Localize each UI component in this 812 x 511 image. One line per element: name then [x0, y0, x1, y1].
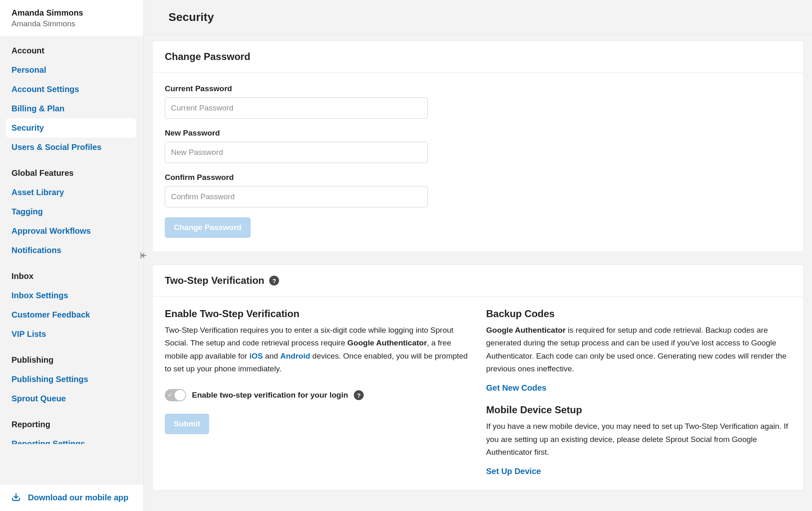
sidebar: Amanda Simmons Amanda Simmons Account Pe…	[0, 0, 144, 511]
download-icon	[12, 493, 21, 503]
nav-item-account-settings[interactable]: Account Settings	[6, 80, 136, 99]
check-icon: ✓	[168, 391, 173, 398]
new-password-input[interactable]	[165, 142, 428, 163]
user-name-secondary: Amanda Simmons	[12, 19, 132, 28]
enable-two-step-heading: Enable Two-Step Verification	[165, 308, 470, 320]
set-up-device-link[interactable]: Set Up Device	[486, 467, 791, 476]
change-password-heading: Change Password	[165, 51, 250, 62]
two-step-card: Two-Step Verification ? Enable Two-Step …	[152, 265, 804, 490]
confirm-password-input[interactable]	[165, 186, 428, 207]
two-step-right-column: Backup Codes Google Authenticator is req…	[486, 308, 791, 476]
nav-item-personal[interactable]: Personal	[6, 60, 136, 80]
change-password-button[interactable]: Change Password	[165, 217, 251, 238]
help-icon[interactable]: ?	[354, 390, 364, 400]
nav-item-sprout-queue[interactable]: Sprout Queue	[6, 389, 136, 408]
two-step-left-column: Enable Two-Step Verification Two-Step Ve…	[165, 308, 470, 476]
nav-item-asset-library[interactable]: Asset Library	[6, 183, 136, 202]
mobile-setup-heading: Mobile Device Setup	[486, 404, 791, 416]
get-new-codes-link[interactable]: Get New Codes	[486, 383, 791, 393]
toggle-knob	[175, 390, 185, 401]
current-password-label: Current Password	[165, 84, 791, 93]
section-title-global: Global Features	[12, 168, 136, 178]
nav-item-security[interactable]: Security	[6, 118, 136, 138]
collapse-sidebar-icon[interactable]	[138, 250, 149, 261]
section-title-inbox: Inbox	[12, 272, 136, 281]
two-step-heading: Two-Step Verification	[165, 275, 264, 286]
sidebar-footer: Download our mobile app	[0, 484, 143, 511]
nav-item-publishing-settings[interactable]: Publishing Settings	[6, 370, 136, 389]
download-mobile-app-link[interactable]: Download our mobile app	[28, 493, 128, 502]
sidebar-nav: Account Personal Account Settings Billin…	[0, 37, 143, 484]
nav-item-users-social[interactable]: Users & Social Profiles	[6, 138, 136, 157]
backup-codes-heading: Backup Codes	[486, 308, 791, 320]
main: Security Change Password Current Passwor…	[144, 0, 812, 511]
section-title-publishing: Publishing	[12, 355, 136, 365]
nav-item-inbox-settings[interactable]: Inbox Settings	[6, 286, 136, 305]
two-step-toggle[interactable]: ✓	[165, 389, 186, 401]
two-step-toggle-label: Enable two-step verification for your lo…	[192, 391, 348, 400]
nav-item-reporting-settings[interactable]: Reporting Settings	[12, 434, 136, 444]
section-title-reporting: Reporting	[12, 420, 136, 429]
page-header: Security	[144, 0, 812, 35]
two-step-submit-button[interactable]: Submit	[165, 414, 209, 434]
help-icon[interactable]: ?	[269, 276, 279, 285]
page-title: Security	[168, 11, 787, 24]
mobile-setup-description: If you have a new mobile device, you may…	[486, 420, 791, 458]
two-step-header: Two-Step Verification ?	[152, 265, 803, 297]
new-password-label: New Password	[165, 129, 791, 138]
backup-codes-description: Google Authenticator is required for set…	[486, 324, 791, 375]
sidebar-header: Amanda Simmons Amanda Simmons	[0, 0, 143, 37]
ios-link[interactable]: iOS	[249, 352, 263, 360]
nav-item-customer-feedback[interactable]: Customer Feedback	[6, 305, 136, 325]
change-password-header: Change Password	[152, 41, 803, 73]
nav-item-vip-lists[interactable]: VIP Lists	[6, 325, 136, 344]
nav-item-approval-workflows[interactable]: Approval Workflows	[6, 221, 136, 241]
enable-two-step-description: Two-Step Verification requires you to en…	[165, 324, 470, 375]
confirm-password-label: Confirm Password	[165, 173, 791, 182]
nav-item-notifications[interactable]: Notifications	[6, 241, 136, 260]
current-password-input[interactable]	[165, 97, 428, 119]
section-title-account: Account	[12, 46, 136, 55]
nav-item-billing-plan[interactable]: Billing & Plan	[6, 99, 136, 118]
change-password-card: Change Password Current Password New Pas…	[152, 41, 804, 252]
nav-item-tagging[interactable]: Tagging	[6, 202, 136, 221]
android-link[interactable]: Android	[280, 352, 310, 360]
user-name-primary: Amanda Simmons	[12, 8, 132, 18]
